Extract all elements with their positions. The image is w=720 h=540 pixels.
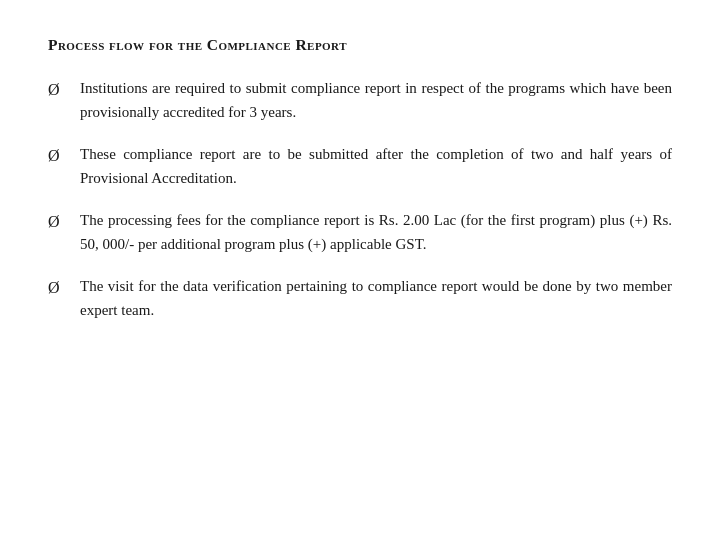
list-item: Ø Institutions are required to submit co…	[48, 76, 672, 124]
bullet-text-2: These compliance report are to be submit…	[80, 142, 672, 190]
bullet-text-1: Institutions are required to submit comp…	[80, 76, 672, 124]
list-item: Ø The processing fees for the compliance…	[48, 208, 672, 256]
bullet-list: Ø Institutions are required to submit co…	[48, 76, 672, 322]
page: Process flow for the Compliance Report Ø…	[0, 0, 720, 540]
bullet-text-4: The visit for the data verification pert…	[80, 274, 672, 322]
list-item: Ø These compliance report are to be subm…	[48, 142, 672, 190]
bullet-symbol-3: Ø	[48, 209, 76, 235]
bullet-text-3: The processing fees for the compliance r…	[80, 208, 672, 256]
bullet-symbol-1: Ø	[48, 77, 76, 103]
bullet-symbol-4: Ø	[48, 275, 76, 301]
page-title: Process flow for the Compliance Report	[48, 36, 672, 54]
list-item: Ø The visit for the data verification pe…	[48, 274, 672, 322]
bullet-symbol-2: Ø	[48, 143, 76, 169]
